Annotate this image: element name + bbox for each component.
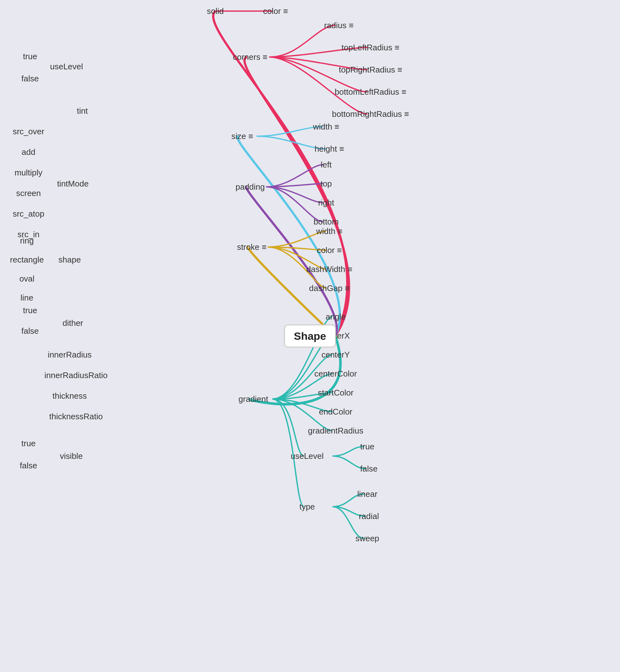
node-thicknessRatio: thicknessRatio xyxy=(49,412,103,421)
node-bottomRightRadius__: bottomRightRadius ≡ xyxy=(332,109,409,119)
node-false: false xyxy=(360,464,378,474)
node-src_atop: src_atop xyxy=(13,209,44,219)
node-gradient: gradient xyxy=(239,394,268,404)
node-innerRadius: innerRadius xyxy=(48,350,92,360)
node-rectangle: rectangle xyxy=(10,255,44,265)
node-left: left xyxy=(321,160,332,170)
node-width__: width ≡ xyxy=(316,226,342,236)
node-dither: dither xyxy=(62,318,83,328)
node-linear: linear xyxy=(357,489,377,499)
node-false: false xyxy=(21,326,39,336)
node-topLeftRadius__: topLeftRadius ≡ xyxy=(342,43,400,53)
node-sweep: sweep xyxy=(355,534,379,544)
node-innerRadiusRatio: innerRadiusRatio xyxy=(44,370,107,380)
node-type: type xyxy=(299,502,315,512)
node-solid: solid xyxy=(207,6,223,16)
node-height__: height ≡ xyxy=(314,144,344,154)
node-gradientRadius: gradientRadius xyxy=(308,426,364,436)
node-true: true xyxy=(23,52,37,61)
center-node: Shape xyxy=(284,325,336,348)
node-startColor: startColor xyxy=(318,388,354,398)
node-false: false xyxy=(20,461,37,471)
node-color__: color ≡ xyxy=(263,6,288,16)
node-padding: padding xyxy=(236,182,265,192)
node-add: add xyxy=(21,147,35,157)
node-width__: width ≡ xyxy=(313,122,339,132)
node-tintMode: tintMode xyxy=(57,179,89,189)
node-tint: tint xyxy=(77,106,88,116)
node-bottomLeftRadius__: bottomLeftRadius ≡ xyxy=(335,87,406,97)
node-multiply: multiply xyxy=(14,168,42,178)
node-visible: visible xyxy=(60,451,83,461)
node-oval: oval xyxy=(19,274,35,284)
node-useLevel: useLevel xyxy=(50,62,83,71)
node-topRightRadius__: topRightRadius ≡ xyxy=(339,65,402,75)
node-shape: shape xyxy=(59,255,81,265)
node-angle: angle xyxy=(325,312,346,322)
node-useLevel: useLevel xyxy=(291,451,324,461)
node-color__: color ≡ xyxy=(317,246,342,255)
node-centerColor: centerColor xyxy=(314,369,357,379)
node-centerY: centerY xyxy=(321,350,350,360)
node-true: true xyxy=(23,306,37,315)
node-corners__: corners ≡ xyxy=(233,52,267,62)
node-stroke__: stroke ≡ xyxy=(237,242,266,252)
node-line: line xyxy=(20,293,33,303)
center-label: Shape xyxy=(294,330,326,342)
node-false: false xyxy=(21,74,39,84)
node-radius__: radius ≡ xyxy=(324,20,353,31)
node-top: top xyxy=(320,179,332,189)
node-radial: radial xyxy=(359,511,379,521)
node-bottom: bottom xyxy=(313,217,339,227)
node-ring: ring xyxy=(20,236,34,246)
node-screen: screen xyxy=(16,189,41,198)
node-dashWidth__: dashWidth ≡ xyxy=(306,264,352,274)
node-endColor: endColor xyxy=(319,407,352,417)
node-right: right xyxy=(318,198,334,208)
node-true: true xyxy=(21,438,36,449)
node-true: true xyxy=(360,442,375,452)
node-thickness: thickness xyxy=(53,391,87,401)
node-src_over: src_over xyxy=(13,127,44,137)
node-size__: size ≡ xyxy=(231,132,253,141)
node-dashGap__: dashGap ≡ xyxy=(309,283,350,293)
